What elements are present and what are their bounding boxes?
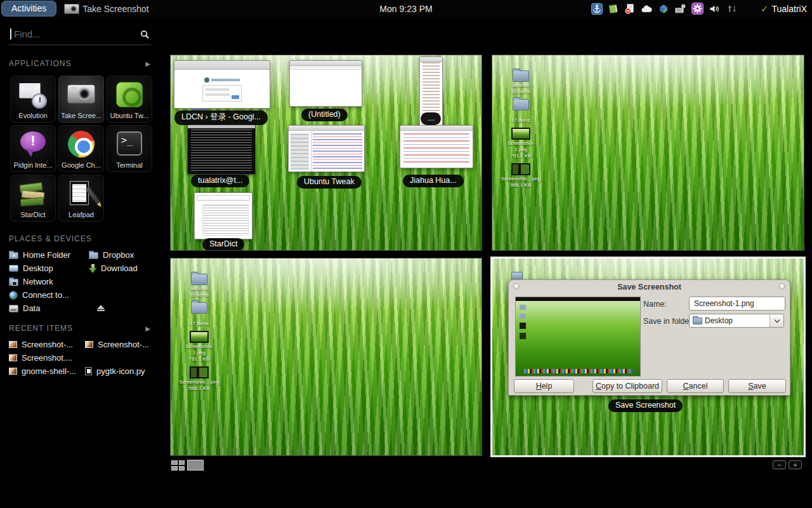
clock[interactable]: Mon 9:23 PM: [379, 4, 432, 14]
app-tile-leafpad[interactable]: Leafpad: [58, 175, 104, 222]
remove-workspace-button[interactable]: −: [773, 460, 786, 469]
window-stardict[interactable]: [194, 192, 252, 239]
applications-header: APPLICATIONS ▶: [9, 59, 151, 68]
window-title-pill: StarDict: [202, 238, 244, 251]
window-ubuntu-tweak[interactable]: [288, 125, 365, 172]
place-label: Dropbox: [103, 250, 134, 260]
expand-arrow-icon[interactable]: ▶: [145, 60, 151, 67]
workspace-2[interactable]: android10 items …17 items Screenshot-1.p…: [492, 55, 804, 251]
eject-button[interactable]: [89, 303, 160, 314]
app-tile-terminal[interactable]: >_ Terminal: [107, 125, 152, 172]
workspace-1[interactable]: android10 items …17 items LDCN › 登录 - Go…: [170, 55, 482, 251]
window-title-pill: Save Screenshot: [608, 399, 683, 412]
place-label: Data: [23, 304, 40, 313]
place-data[interactable]: Data: [9, 303, 89, 314]
place-network[interactable]: Network: [9, 276, 89, 287]
recent-header: RECENT ITEMS ▶: [9, 324, 151, 333]
anchor-tray-icon[interactable]: [591, 3, 603, 15]
copy-to-clipboard-button[interactable]: Copy to Clipboard: [593, 379, 662, 393]
terminal-icon: >_: [114, 130, 145, 158]
app-tile-pidgin[interactable]: ! Pidgin Inte...: [10, 125, 56, 172]
filename-input[interactable]: Screenshot-1.png: [689, 297, 785, 311]
ubuntu-tweak-tray-icon[interactable]: [691, 3, 704, 15]
place-label: Download: [101, 264, 138, 273]
place-dropbox[interactable]: Dropbox: [89, 250, 160, 260]
screenshot-preview: [515, 297, 641, 377]
window-button-icon[interactable]: [513, 283, 520, 290]
places-header: PLACES & DEVICES: [9, 234, 151, 243]
app-label: Evolution: [18, 112, 47, 119]
pidgin-icon: !: [18, 130, 48, 158]
save-button[interactable]: Save: [728, 379, 786, 393]
recent-item-label: Screenshot-...: [22, 340, 73, 349]
chevron-down-icon[interactable]: [769, 314, 783, 327]
activities-button[interactable]: Activities: [1, 1, 56, 17]
cloud-tray-icon[interactable]: [641, 3, 653, 15]
desktop-folder: android10 items: [502, 70, 539, 95]
search-icon[interactable]: [140, 30, 150, 42]
name-label: Name:: [643, 300, 667, 309]
window-title-pill: (Untitled): [301, 109, 348, 121]
drive-icon: [9, 305, 18, 312]
app-tile-take-screenshot[interactable]: Take Scree...: [58, 76, 104, 123]
spacer: [89, 276, 160, 287]
app-tile-chrome[interactable]: Google Ch...: [58, 125, 104, 172]
app-label: Leafpad: [69, 211, 94, 218]
image-file-icon: [9, 368, 17, 375]
window-untitled[interactable]: [289, 60, 362, 107]
app-tile-evolution[interactable]: Evolution: [10, 76, 56, 123]
place-label: Connect to...: [22, 290, 69, 300]
text-file-icon: [85, 367, 92, 375]
applications-grid: Evolution Take Scree... Ubuntu Tw... ! P…: [10, 76, 160, 222]
applications-label: APPLICATIONS: [9, 59, 71, 68]
add-workspace-button[interactable]: +: [789, 460, 802, 469]
search-input[interactable]: [9, 26, 133, 42]
place-connect-to[interactable]: Connect to...: [9, 290, 89, 300]
save-folder-dropdown[interactable]: Desktop: [689, 314, 784, 328]
expand-arrow-icon[interactable]: ▶: [145, 325, 151, 332]
places-list: Home Folder Dropbox Desktop Download Net…: [9, 250, 160, 314]
place-home[interactable]: Home Folder: [9, 250, 89, 260]
volume-icon[interactable]: [709, 3, 721, 15]
window-button-icon[interactable]: [779, 283, 785, 290]
window-jiahua[interactable]: [400, 125, 473, 168]
folder-label: Save in folder:: [643, 317, 694, 326]
desktop-screenshot-file: Screenshot....png566.1 KB: [502, 163, 539, 188]
focused-app-chip[interactable]: Take Screenshot: [64, 4, 148, 14]
app-label: Ubuntu Tw...: [110, 112, 149, 119]
username: TualatriX: [771, 4, 807, 14]
cancel-button[interactable]: Cancel: [667, 379, 724, 393]
workspace-3[interactable]: android10 items …17 items Screenshot-1.p…: [170, 258, 482, 456]
recent-item[interactable]: Screenshot-...: [9, 339, 85, 350]
window-title-pill: Ubuntu Tweak: [297, 176, 362, 189]
desktop-icon: [9, 265, 18, 272]
sticky-notes-tray-icon[interactable]: [624, 3, 636, 15]
app-tile-ubuntu-tweak[interactable]: Ubuntu Tw...: [107, 76, 152, 123]
window-browser[interactable]: [174, 60, 270, 109]
stardict-tray-icon[interactable]: [608, 3, 619, 15]
place-label: Network: [23, 277, 53, 286]
user-menu[interactable]: ✓ TualatriX: [761, 3, 807, 15]
window-terminal[interactable]: [187, 123, 256, 175]
stardict-icon: [18, 180, 48, 208]
window-title-pill: Jiahua Hua...: [403, 175, 464, 187]
recent-item[interactable]: Screenshot....: [9, 352, 85, 363]
place-download[interactable]: Download: [89, 263, 160, 274]
input-method-tray-icon[interactable]: [674, 3, 686, 15]
recent-item[interactable]: Screenshot-...: [85, 339, 160, 350]
dialog-title: Save Screenshot: [509, 280, 790, 293]
grid-view-icon[interactable]: [171, 460, 185, 471]
network-arrows-icon[interactable]: [726, 3, 738, 15]
spacer: [89, 290, 160, 300]
recent-item[interactable]: pygtk-icon.py: [85, 366, 160, 377]
workspace-4[interactable]: Save Screenshot Name: Screenshot-1.png S…: [492, 258, 804, 456]
dropbox-tray-icon[interactable]: [658, 3, 669, 15]
app-tile-stardict[interactable]: StarDict: [10, 175, 56, 222]
recent-list: Screenshot-... Screenshot-... Screenshot…: [9, 339, 160, 377]
recent-item[interactable]: gnome-shell-...: [9, 366, 85, 377]
text-caret: [10, 29, 11, 39]
place-desktop[interactable]: Desktop: [9, 263, 89, 274]
save-screenshot-dialog[interactable]: Save Screenshot Name: Screenshot-1.png S…: [508, 279, 790, 396]
single-view-icon[interactable]: [187, 460, 204, 471]
help-button[interactable]: Help: [514, 379, 574, 393]
